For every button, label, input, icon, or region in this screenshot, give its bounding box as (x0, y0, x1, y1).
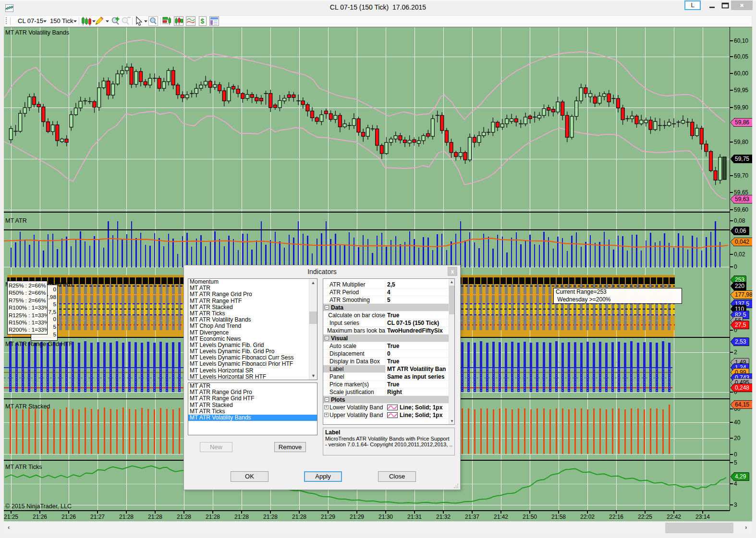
svg-text:27,5: 27,5 (735, 322, 746, 328)
svg-text:220: 220 (735, 283, 744, 289)
svg-text:21:58: 21:58 (551, 514, 566, 520)
svg-text:0,248: 0,248 (735, 384, 749, 391)
svg-text:4,29: 4,29 (735, 473, 746, 480)
svg-text:21:30: 21:30 (378, 514, 393, 520)
svg-text:MT ATR Range Grid HTF: MT ATR Range Grid HTF (5, 341, 73, 347)
svg-text:21:26: 21:26 (33, 514, 47, 520)
svg-text:MT ATR Ticks: MT ATR Ticks (5, 464, 42, 470)
svg-text:40: 40 (734, 419, 741, 426)
svg-text:21:25: 21:25 (4, 514, 18, 520)
svg-text:2: 2 (734, 349, 737, 356)
svg-text:0,042: 0,042 (735, 239, 749, 245)
svg-text:59,70: 59,70 (734, 172, 748, 179)
svg-text:59,86: 59,86 (735, 119, 749, 126)
svg-text:60,00: 60,00 (734, 70, 748, 77)
svg-text:© 2015 NinjaTrader, LLC: © 2015 NinjaTrader, LLC (5, 503, 72, 510)
svg-text:MT ATR: MT ATR (5, 217, 27, 224)
svg-text:59,90: 59,90 (734, 104, 748, 111)
svg-text:0,02: 0,02 (734, 251, 745, 258)
svg-text:22:42: 22:42 (667, 514, 681, 520)
svg-text:22:02: 22:02 (580, 514, 595, 520)
svg-text:21:28: 21:28 (292, 514, 306, 520)
svg-text:CL 07-15: CL 07-15 (18, 17, 43, 24)
svg-text:21:32: 21:32 (436, 514, 451, 520)
svg-text:59,65: 59,65 (734, 189, 748, 196)
svg-text:21:27: 21:27 (90, 514, 105, 520)
svg-text:21:28: 21:28 (206, 514, 220, 520)
svg-text:MT ATR Volatility Bands: MT ATR Volatility Bands (5, 29, 69, 36)
svg-text:177,98: 177,98 (735, 291, 752, 298)
svg-text:21:50: 21:50 (523, 514, 537, 520)
svg-text:22:16: 22:16 (609, 514, 623, 520)
svg-text:21:28: 21:28 (263, 514, 278, 520)
svg-text:21:28: 21:28 (177, 514, 191, 520)
svg-text:59,60: 59,60 (734, 206, 748, 213)
svg-text:MT ATR Stacked: MT ATR Stacked (5, 403, 50, 410)
svg-text:59,75: 59,75 (735, 155, 749, 162)
svg-text:21:26: 21:26 (61, 514, 76, 520)
svg-text:23:14: 23:14 (695, 514, 710, 520)
svg-text:3: 3 (734, 502, 737, 508)
svg-text:0,08: 0,08 (734, 217, 745, 224)
svg-text:60,10: 60,10 (734, 37, 748, 44)
svg-text:$: $ (201, 17, 205, 25)
svg-text:64,15: 64,15 (735, 401, 749, 408)
svg-text:59,63: 59,63 (735, 196, 749, 203)
svg-text:21:28: 21:28 (234, 514, 249, 520)
svg-text:21:29: 21:29 (350, 514, 364, 520)
svg-text:21:29: 21:29 (321, 514, 335, 520)
svg-text:5: 5 (734, 459, 737, 466)
svg-text:0: 0 (734, 263, 737, 270)
svg-text:21:42: 21:42 (494, 514, 508, 520)
svg-text:59,80: 59,80 (734, 139, 748, 145)
svg-text:0: 0 (734, 451, 737, 458)
svg-text:21:37: 21:37 (465, 514, 479, 520)
svg-text:21:28: 21:28 (148, 514, 162, 520)
svg-text:4: 4 (734, 480, 737, 487)
svg-text:60,05: 60,05 (734, 53, 748, 60)
svg-text:20: 20 (734, 435, 741, 442)
svg-text:59,95: 59,95 (734, 87, 748, 94)
svg-text:0,06: 0,06 (735, 227, 746, 234)
svg-text:21:28: 21:28 (119, 514, 134, 520)
svg-text:22:25: 22:25 (638, 514, 652, 520)
svg-text:150 Tick: 150 Tick (50, 17, 73, 24)
svg-text:21:31: 21:31 (407, 514, 422, 520)
svg-text:2,53: 2,53 (735, 338, 746, 345)
